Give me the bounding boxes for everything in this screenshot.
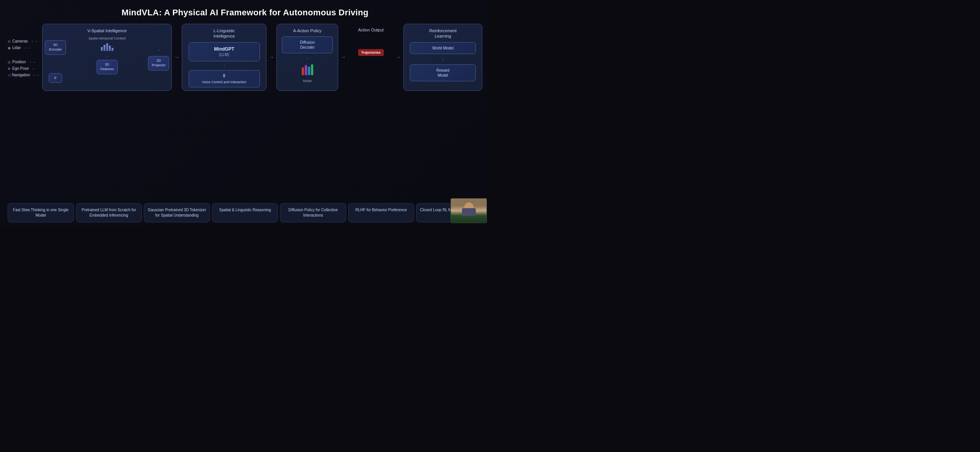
mindgpt-box: MindGPT (LLM) xyxy=(189,42,260,61)
up-arrow-voice: ↑ xyxy=(223,64,225,68)
projector-col: → 3DProjector xyxy=(148,36,169,70)
input-navigation: ◁ Navigation →→ xyxy=(8,73,42,77)
bar5 xyxy=(112,48,113,51)
diffusion-decoder-box: DiffusionDecoder xyxy=(282,36,333,53)
egopose-icon: ⊕ xyxy=(8,67,11,71)
slide: MindVLA: A Physical AI Framework for Aut… xyxy=(0,0,490,226)
noise-label: Noise xyxy=(303,79,312,83)
linguistic-content: MindGPT (LLM) ↑ 🎙 Voice Control and Inte… xyxy=(184,42,263,87)
arrow-linguistic-action: → xyxy=(268,54,275,60)
encoder-col: 3DEncoder E xyxy=(45,36,66,83)
encoder-box: 3DEncoder xyxy=(45,40,66,54)
arrow-to-projector: → xyxy=(157,48,161,52)
position-icon: ◎ xyxy=(8,60,11,64)
rl-panel: ReinforcementLearning World Model ↑ Rewa… xyxy=(403,24,482,91)
arrow: →→ xyxy=(30,39,38,43)
trajectories-area: Trajectories xyxy=(358,49,384,56)
voice-box: 🎙 Voice Control and Interaction xyxy=(189,70,260,87)
noise-visualization xyxy=(302,64,313,75)
card-diffusion-policy: Diffusion Policy for Collective Interact… xyxy=(280,203,346,222)
action-panel: A-Action Policy DiffusionDecoder ↑ Noise xyxy=(276,24,338,91)
card-pretrained-llm: Pretrained LLM from Scratch for Embedded… xyxy=(76,203,142,222)
navigation-icon: ◁ xyxy=(8,73,10,77)
output-title: Action Output xyxy=(358,28,384,32)
ego-box: E xyxy=(49,73,62,83)
bottom-cards: Fast Slow Thinking in one Single Model P… xyxy=(8,203,482,222)
card-gaussian: Gaussian Pretrained 3D Tokenizer for Spa… xyxy=(144,203,210,222)
bar4 xyxy=(109,46,111,51)
output-panel: Action Output Trajectories xyxy=(348,24,393,91)
action-title: A-Action Policy xyxy=(293,28,322,33)
person-body xyxy=(462,208,476,216)
noise-bar-red xyxy=(302,67,304,75)
rl-title: ReinforcementLearning xyxy=(429,28,457,39)
card-fast-slow: Fast Slow Thinking in one Single Model xyxy=(8,203,74,222)
card-spatial-linguistic: Spatial & Linguistic Reasoning xyxy=(212,203,278,222)
up-arrow-reward: ↑ xyxy=(442,57,444,61)
slide-title: MindVLA: A Physical AI Framework for Aut… xyxy=(122,8,368,18)
main-flow: V-Spatial Intelligence 3DEncoder E Spati… xyxy=(42,24,482,91)
bar3 xyxy=(106,43,108,51)
input-cameras: ◎ Cameras →→ xyxy=(8,39,42,43)
linguistic-panel: L-LinguisticIntelligence MindGPT (LLM) ↑… xyxy=(182,24,266,91)
trajectories-badge: Trajectories xyxy=(358,49,384,56)
spatio-label: Spatio-temporal Context xyxy=(89,36,126,40)
reward-model-box: RewardModel xyxy=(410,64,476,81)
spatio-col: Spatio-temporal Context ↓ 3DFeatures xyxy=(67,36,146,74)
lidar-icon: ◉ xyxy=(8,46,11,50)
features-box: 3DFeatures xyxy=(97,60,118,74)
bars-visualization xyxy=(101,43,113,51)
bar2 xyxy=(104,45,105,51)
vspatial-title: V-Spatial Intelligence xyxy=(87,28,127,33)
arrow: → xyxy=(31,66,35,71)
input-egopose: ⊕ Ego Pose → xyxy=(8,66,42,71)
vspatial-panel: V-Spatial Intelligence 3DEncoder E Spati… xyxy=(42,24,172,91)
projector-box: 3DProjector xyxy=(148,56,169,70)
inputs-section: ◎ Cameras →→ ◉ Lidar →→ ◎ Position →→ ⊕ … xyxy=(8,24,42,77)
arrow: →→ xyxy=(28,60,36,64)
input-lidar: ◉ Lidar →→ xyxy=(8,46,42,50)
arrow-output-rl: → xyxy=(395,54,402,60)
video-person-bg xyxy=(451,199,487,223)
down-arrow: ↓ xyxy=(106,54,108,58)
rl-content: World Model ↑ RewardModel xyxy=(406,42,480,87)
noise-bar-blue xyxy=(308,67,310,75)
camera-icon: ◎ xyxy=(8,39,11,43)
up-arrow-noise: ↑ xyxy=(306,56,308,61)
linguistic-title: L-LinguisticIntelligence xyxy=(214,28,235,39)
noise-bar-green xyxy=(311,64,313,75)
arrow-action-output: → xyxy=(340,54,347,60)
diagram-area: ◎ Cameras →→ ◉ Lidar →→ ◎ Position →→ ⊕ … xyxy=(8,24,482,199)
arrow: →→ xyxy=(23,46,31,50)
bar1 xyxy=(101,47,103,51)
video-thumbnail xyxy=(451,198,487,223)
arrow: →→ xyxy=(32,73,40,77)
microphone-icon: 🎙 xyxy=(192,73,257,79)
card-rlhf: RLHF for Behavior Preference xyxy=(348,203,414,222)
input-position: ◎ Position →→ xyxy=(8,60,42,64)
arrow-vspatial-linguistic: → xyxy=(173,54,180,60)
noise-bar-purple xyxy=(305,65,307,75)
action-content: DiffusionDecoder ↑ Noise xyxy=(279,36,335,87)
world-model-box: World Model xyxy=(410,42,476,54)
